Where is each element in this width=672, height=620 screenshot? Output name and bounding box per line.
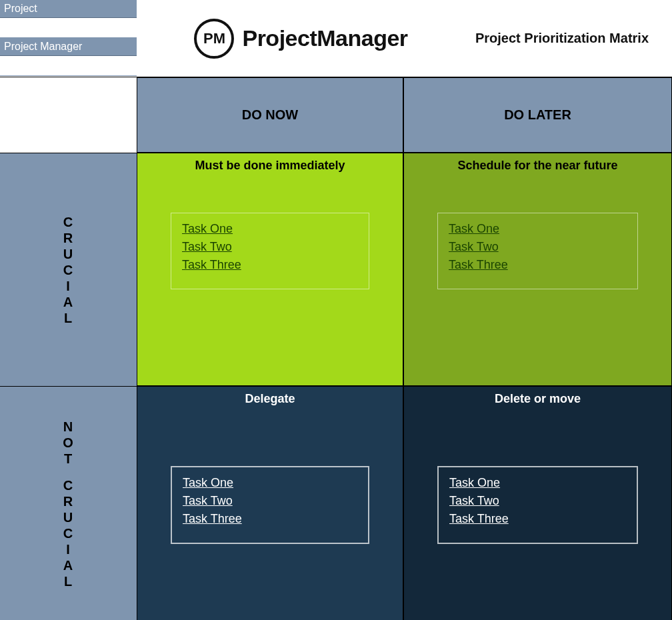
column-header-do-now: DO NOW xyxy=(137,77,403,153)
quadrant-title: Must be done immediately xyxy=(137,159,403,173)
task-link[interactable]: Task Three xyxy=(449,256,627,274)
task-link[interactable]: Task Three xyxy=(449,510,626,528)
row-label-crucial: CRUCIAL xyxy=(63,214,73,326)
priority-matrix: DO NOW DO LATER CRUCIAL Must be done imm… xyxy=(0,77,672,620)
quadrant-title: Delete or move xyxy=(404,392,671,406)
task-link[interactable]: Task One xyxy=(449,474,626,492)
task-box: Task One Task Two Task Three xyxy=(437,213,638,289)
matrix-corner xyxy=(0,77,137,153)
task-box: Task One Task Two Task Three xyxy=(171,466,369,544)
project-value-input[interactable] xyxy=(0,18,137,38)
task-link[interactable]: Task One xyxy=(182,220,358,238)
task-box: Task One Task Two Task Three xyxy=(171,213,369,289)
manager-value-input[interactable] xyxy=(0,56,137,76)
task-link[interactable]: Task One xyxy=(449,220,627,238)
brand: PM ProjectManager xyxy=(137,0,465,77)
row-header-crucial: CRUCIAL xyxy=(0,153,137,386)
project-label: Project xyxy=(0,0,137,18)
quadrant-do-now-not-crucial: Delegate Task One Task Two Task Three xyxy=(137,386,403,620)
task-link[interactable]: Task One xyxy=(183,474,357,492)
task-link[interactable]: Task Three xyxy=(182,256,358,274)
meta-fields: Project Project Manager xyxy=(0,0,137,77)
quadrant-title: Delegate xyxy=(137,392,403,406)
brand-name: ProjectManager xyxy=(242,25,407,51)
brand-logo-icon: PM xyxy=(194,19,234,59)
quadrant-title: Schedule for the near future xyxy=(404,159,671,173)
task-link[interactable]: Task Two xyxy=(449,238,627,256)
quadrant-do-now-crucial: Must be done immediately Task One Task T… xyxy=(137,153,403,386)
task-link[interactable]: Task Two xyxy=(183,492,357,510)
row-header-not-crucial: NOTCRUCIAL xyxy=(0,386,137,620)
column-header-do-later: DO LATER xyxy=(403,77,672,153)
task-link[interactable]: Task Two xyxy=(182,238,358,256)
manager-label: Project Manager xyxy=(0,38,137,56)
task-link[interactable]: Task Three xyxy=(183,510,357,528)
quadrant-do-later-not-crucial: Delete or move Task One Task Two Task Th… xyxy=(403,386,672,620)
task-link[interactable]: Task Two xyxy=(449,492,626,510)
page-title: Project Prioritization Matrix xyxy=(465,0,672,77)
quadrant-do-later-crucial: Schedule for the near future Task One Ta… xyxy=(403,153,672,386)
task-box: Task One Task Two Task Three xyxy=(437,466,638,544)
row-label-not-crucial: NOTCRUCIAL xyxy=(63,419,74,589)
